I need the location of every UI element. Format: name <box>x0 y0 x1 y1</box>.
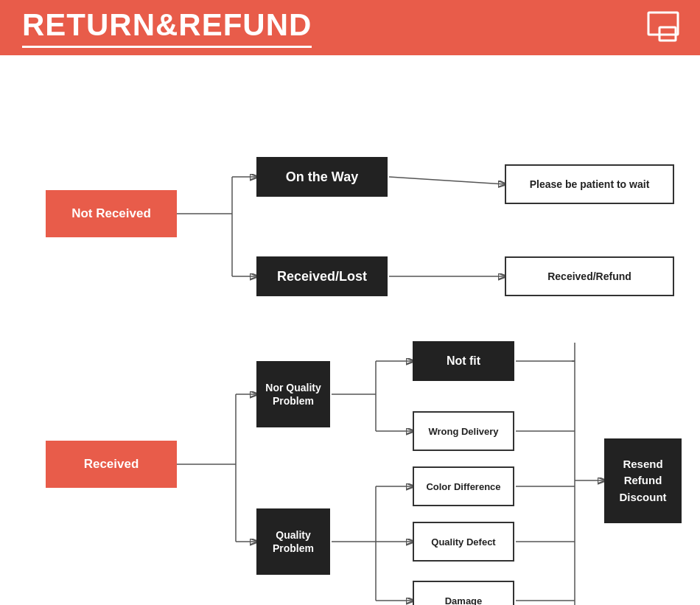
on-the-way-node: On the Way <box>256 157 388 197</box>
received-refund-node: Received/Refund <box>505 256 674 296</box>
header-icon <box>641 9 685 46</box>
nor-quality-node: Nor Quality Problem <box>256 361 330 427</box>
page-title: RETURN&REFUND <box>22 7 312 48</box>
main-content: Not Received On the Way Received/Lost Pl… <box>0 55 700 605</box>
wrong-delivery-node: Wrong Delivery <box>413 411 514 451</box>
quality-problem-node: Quality Problem <box>256 508 330 575</box>
quality-defect-node: Quality Defect <box>413 522 514 562</box>
color-difference-node: Color Difference <box>413 466 514 506</box>
received-lost-node: Received/Lost <box>256 256 388 296</box>
svg-rect-0 <box>648 13 678 35</box>
damage-node: Damage <box>413 581 514 605</box>
svg-line-6 <box>389 177 505 184</box>
please-wait-node: Please be patient to wait <box>505 164 674 204</box>
not-fit-node: Not fit <box>413 341 514 381</box>
diagram: Not Received On the Way Received/Lost Pl… <box>15 70 685 605</box>
page-header: RETURN&REFUND <box>0 0 700 55</box>
resend-refund-node: Resend Refund Discount <box>604 438 682 523</box>
not-received-node: Not Received <box>46 190 177 237</box>
received-node: Received <box>46 441 177 488</box>
